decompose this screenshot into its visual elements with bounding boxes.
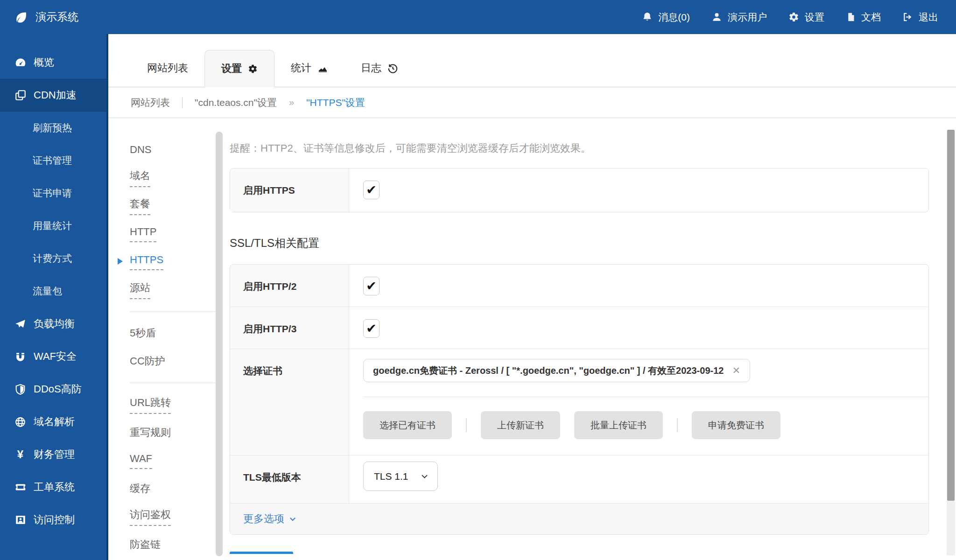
tab-label: 设置 — [221, 62, 242, 76]
button-separator — [466, 418, 467, 432]
more-options-row: 更多选项 — [230, 503, 928, 534]
topbar-user[interactable]: 演示用户 — [711, 11, 767, 24]
settings-body: DNS 域名 套餐 HTTP HTTPS 源站 5秒盾 CC — [108, 118, 956, 560]
submenu-label[interactable]: WAF — [130, 453, 152, 469]
submenu-item-url-redirect[interactable]: URL跳转 — [130, 391, 216, 419]
submenu-item-https[interactable]: HTTPS — [130, 248, 216, 276]
more-options-link[interactable]: 更多选项 — [243, 512, 297, 526]
sidebar-item-refresh-preheat[interactable]: 刷新预热 — [0, 112, 106, 144]
tls-min-version-select[interactable]: TLS 1.1 — [363, 462, 438, 491]
topbar-docs[interactable]: 文档 — [846, 11, 881, 24]
submenu-label[interactable]: 5秒盾 — [130, 326, 156, 340]
tab-site-list[interactable]: 网站列表 — [131, 49, 204, 87]
submenu-item-cache[interactable]: 缓存 — [130, 475, 216, 503]
submenu-label[interactable]: 缓存 — [130, 482, 150, 496]
submenu-label[interactable]: CC防护 — [130, 354, 165, 368]
breadcrumb-site-settings[interactable]: "cdn.teaos.cn"设置 — [195, 96, 277, 109]
sidebar-item-label: DDoS高防 — [34, 382, 82, 396]
submenu-label[interactable]: HTTP — [130, 226, 156, 242]
submenu-item-auth[interactable]: 访问鉴权 — [130, 503, 216, 531]
gear-icon — [788, 12, 799, 22]
sidebar-item-label: 用量统计 — [33, 219, 72, 232]
sidebar-item-billing-method[interactable]: 计费方式 — [0, 242, 106, 275]
sidebar-item-traffic-package[interactable]: 流量包 — [0, 275, 106, 308]
submenu-item-cc-protect[interactable]: CC防护 — [130, 347, 216, 375]
submenu-label[interactable]: URL跳转 — [130, 396, 171, 414]
breadcrumb-separator — [182, 97, 183, 108]
submenu-label[interactable]: 域名 — [130, 169, 150, 187]
breadcrumb-site-list[interactable]: 网站列表 — [131, 96, 170, 109]
http2-enable-checkbox[interactable]: ✔ — [363, 277, 380, 295]
batch-upload-cert-button[interactable]: 批量上传证书 — [574, 411, 663, 439]
tab-settings[interactable]: 设置 — [204, 50, 274, 87]
breadcrumb-arrow: » — [289, 97, 294, 108]
gear-icon — [248, 64, 258, 74]
submenu-item-waf[interactable]: WAF — [130, 447, 216, 475]
table-row: TLS最低版本 TLS 1.1 — [230, 455, 928, 503]
submenu-label[interactable]: 重写规则 — [130, 426, 171, 440]
topbar-logout[interactable]: 退出 — [902, 11, 938, 24]
submenu-item-origin[interactable]: 源站 — [130, 276, 216, 304]
notice-text: 提醒：HTTP2、证书等信息修改后，可能需要清空浏览器缓存后才能浏览效果。 — [230, 141, 929, 155]
submenu-label[interactable]: DNS — [130, 144, 151, 156]
ticket-icon — [14, 481, 27, 493]
leaf-icon — [14, 10, 28, 24]
save-button-clipped[interactable] — [230, 552, 293, 554]
sidebar-item-cdn[interactable]: CDN加速 — [0, 79, 106, 112]
sidebar-item-cert-apply[interactable]: 证书申请 — [0, 177, 106, 210]
yen-icon: ¥ — [14, 448, 27, 461]
close-icon[interactable]: ✕ — [732, 365, 740, 376]
tab-statistics[interactable]: 统计 — [274, 49, 344, 87]
submenu-label[interactable]: 防盗链 — [130, 538, 161, 552]
sidebar-item-load-balancer[interactable]: 负载均衡 — [0, 308, 106, 340]
app-title: 演示系统 — [35, 10, 78, 24]
more-options-label: 更多选项 — [243, 512, 284, 526]
sidebar-item-dns[interactable]: 域名解析 — [0, 406, 106, 438]
content-area: 网站列表 设置 统计 日志 网站列表 "cdn.teaos.cn"设置 » "H… — [108, 34, 956, 560]
submenu-label[interactable]: HTTPS — [130, 254, 163, 270]
sidebar-item-label: 财务管理 — [34, 448, 75, 462]
table-row: 启用HTTP/3 ✔ — [230, 307, 928, 349]
breadcrumb-https-settings[interactable]: "HTTPS"设置 — [306, 96, 365, 109]
sidebar-item-ddos[interactable]: DDoS高防 — [0, 373, 106, 406]
row-value: ✔ — [349, 307, 928, 349]
submenu-item-rewrite[interactable]: 重写规则 — [130, 419, 216, 447]
topbar-settings-label: 设置 — [805, 11, 824, 24]
topbar-logout-label: 退出 — [919, 11, 938, 24]
tab-logs[interactable]: 日志 — [344, 49, 415, 87]
topbar-settings[interactable]: 设置 — [788, 11, 824, 24]
select-existing-cert-button[interactable]: 选择已有证书 — [363, 411, 452, 439]
sidebar-item-label: 概览 — [34, 56, 54, 70]
http3-enable-checkbox[interactable]: ✔ — [363, 319, 380, 338]
row-label: 启用HTTP/2 — [230, 265, 349, 307]
submenu-item-dns[interactable]: DNS — [130, 136, 216, 164]
submenu-item-domain[interactable]: 域名 — [130, 164, 216, 192]
table-row: 启用HTTP/2 ✔ — [230, 265, 928, 307]
sidebar-item-waf[interactable]: WAF安全 — [0, 340, 106, 373]
sidebar-item-label: 工单系统 — [34, 480, 75, 494]
sidebar-item-overview[interactable]: 概览 — [0, 46, 106, 79]
submenu-label[interactable]: 套餐 — [130, 197, 150, 215]
sidebar-item-usage-stats[interactable]: 用量统计 — [0, 210, 106, 242]
https-settings-panel: 提醒：HTTP2、证书等信息修改后，可能需要清空浏览器缓存后才能浏览效果。 启用… — [216, 118, 956, 560]
apply-free-cert-button[interactable]: 申请免费证书 — [692, 411, 780, 439]
topbar-messages[interactable]: 消息(0) — [642, 11, 690, 24]
sidebar-item-access-control[interactable]: 访问控制 — [0, 504, 106, 536]
app-logo[interactable]: 演示系统 — [0, 10, 78, 24]
submenu-item-hotlink[interactable]: 防盗链 — [130, 531, 216, 559]
submenu-label[interactable]: 源站 — [130, 281, 150, 299]
submenu-item-plan[interactable]: 套餐 — [130, 192, 216, 220]
sidebar-item-tickets[interactable]: 工单系统 — [0, 471, 106, 504]
sidebar-item-label: CDN加速 — [34, 88, 77, 102]
submenu-scrollbar[interactable] — [216, 132, 223, 556]
https-enable-checkbox[interactable]: ✔ — [363, 181, 380, 199]
submenu-item-http[interactable]: HTTP — [130, 220, 216, 248]
submenu-label[interactable]: 访问鉴权 — [130, 508, 171, 526]
tls-min-version-value: TLS 1.1 — [374, 471, 408, 482]
sidebar-item-cert-manage[interactable]: 证书管理 — [0, 144, 106, 177]
checkmark-icon: ✔ — [366, 322, 377, 335]
sidebar-item-finance[interactable]: ¥ 财务管理 — [0, 438, 106, 471]
submenu-item-5s-shield[interactable]: 5秒盾 — [130, 319, 216, 347]
window-scrollbar-thumb[interactable] — [947, 130, 955, 501]
upload-new-cert-button[interactable]: 上传新证书 — [481, 411, 560, 439]
